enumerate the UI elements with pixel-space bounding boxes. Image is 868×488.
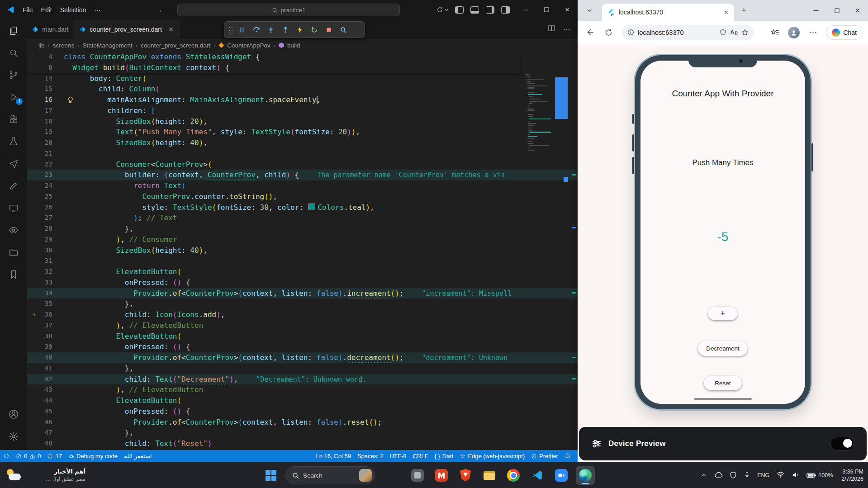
line-number[interactable]: 20 xyxy=(27,137,64,148)
source-control-icon[interactable] xyxy=(0,64,27,86)
menu-selection[interactable]: Selection xyxy=(56,6,90,14)
notifications-bell-icon[interactable] xyxy=(561,450,574,462)
search-icon[interactable] xyxy=(0,42,27,64)
code-line[interactable]: 36 child: Icon(Icons.add),+ xyxy=(27,309,578,320)
code-line[interactable]: 4class CounterAppPov extends StatelessWi… xyxy=(27,52,520,62)
breadcrumb-item[interactable]: screens xyxy=(53,42,74,49)
line-number[interactable]: 19 xyxy=(27,127,64,137)
line-number[interactable]: 26 xyxy=(27,202,64,213)
code-line[interactable]: 29 ), // Consumer xyxy=(27,234,578,245)
code-line[interactable]: 40 Provider.of<CounterProv>(context, lis… xyxy=(27,352,578,363)
problems-indicator[interactable]: 0 0 xyxy=(13,450,44,462)
code-line[interactable]: 46 Provider.of<CounterProv>(context, lis… xyxy=(27,417,578,428)
zikr-status-text[interactable]: استغفر الله xyxy=(121,450,155,462)
breadcrumb-item[interactable]: lib xyxy=(38,42,45,49)
bookmark-icon[interactable] xyxy=(0,263,27,285)
maximize-button[interactable] xyxy=(826,0,847,21)
tab-close-icon[interactable]: ✕ xyxy=(724,9,729,16)
wifi-icon[interactable] xyxy=(776,470,785,480)
site-info-icon[interactable] xyxy=(627,29,634,36)
start-button[interactable] xyxy=(261,466,280,485)
gutter-add-icon[interactable]: + xyxy=(32,309,36,320)
taskbar-app-icon[interactable] xyxy=(408,466,427,485)
line-number[interactable]: 39 xyxy=(27,341,64,352)
run-debug-icon[interactable]: 1 xyxy=(0,86,27,108)
line-number[interactable]: 32 xyxy=(27,266,64,277)
stop-icon[interactable] xyxy=(322,23,335,36)
line-number[interactable]: 46 xyxy=(27,417,64,428)
line-number[interactable]: 24 xyxy=(27,180,64,191)
read-aloud-icon[interactable]: A)) xyxy=(730,29,738,36)
line-number[interactable]: 4 xyxy=(27,52,64,62)
extensions-icon[interactable] xyxy=(0,108,27,130)
pause-icon[interactable] xyxy=(235,23,248,36)
code-line[interactable]: 43 ), // ElevatedButton xyxy=(27,384,578,395)
encoding[interactable]: UTF-8 xyxy=(387,450,410,462)
brave-icon[interactable] xyxy=(456,466,475,485)
code-line[interactable]: 25 CounterProv.counter.toString(), xyxy=(27,191,578,202)
hidden-icons-chevron[interactable] xyxy=(701,472,707,479)
code-line[interactable]: 47 }, xyxy=(27,427,578,438)
breadcrumb-item[interactable]: build xyxy=(287,42,300,49)
breadcrumb-item[interactable]: counter_prov_screen.dart xyxy=(141,42,210,49)
code-line[interactable]: 24 return Text( xyxy=(27,180,578,191)
drag-grip-icon[interactable] xyxy=(228,25,233,34)
line-number[interactable]: 8 xyxy=(27,62,64,73)
testing-beaker-icon[interactable] xyxy=(0,130,27,152)
code-line[interactable]: 22 Consumer<CounterProv>( xyxy=(27,159,578,170)
tab-counter-prov-screen-dart[interactable]: counter_prov_screen.dart ✕ xyxy=(74,19,179,39)
language-mode[interactable]: { }Dart xyxy=(432,450,457,462)
toggle-panel-icon[interactable] xyxy=(470,6,479,14)
code-line[interactable]: 21 xyxy=(27,148,578,159)
line-number[interactable]: 29 xyxy=(27,234,64,245)
tab-main-dart[interactable]: main.dart xyxy=(27,19,74,39)
line-number[interactable]: 37 xyxy=(27,320,64,331)
browser-tab[interactable]: localhost:63370 ✕ xyxy=(602,4,734,21)
code-line[interactable]: 20 SizedBox(height: 40), xyxy=(27,137,578,148)
code-line[interactable]: 32 ElevatedButton( xyxy=(27,266,578,277)
address-bar[interactable]: localhost:63370 A)) xyxy=(622,25,754,40)
code-line[interactable]: 15 child: Column( xyxy=(27,84,578,95)
line-number[interactable]: 34 xyxy=(27,288,64,299)
code-line[interactable]: 28 }, xyxy=(27,223,578,234)
code-line[interactable]: 34 Provider.of<CounterProv>(context, lis… xyxy=(27,288,578,299)
sticky-scroll[interactable]: 4class CounterAppPov extends StatelessWi… xyxy=(27,52,520,73)
cursor-position[interactable]: Ln 16, Col 59 xyxy=(313,450,354,462)
sync-dropdown-icon[interactable] xyxy=(436,6,448,13)
pencil-icon[interactable] xyxy=(0,175,27,197)
edge-icon[interactable] xyxy=(576,466,595,485)
refresh-icon[interactable] xyxy=(602,26,615,39)
line-number[interactable]: 33 xyxy=(27,277,64,288)
copilot-chat-button[interactable]: Chat xyxy=(826,25,863,40)
line-number[interactable]: 17 xyxy=(27,105,64,116)
hot-reload-icon[interactable] xyxy=(293,23,306,36)
command-center-search[interactable]: practice1 xyxy=(177,4,400,16)
code-line[interactable]: 39 onPressed: () { xyxy=(27,341,578,352)
code-line[interactable]: 17 children: [ xyxy=(27,105,578,116)
menu-file[interactable]: File xyxy=(19,6,37,14)
line-number[interactable]: 38 xyxy=(27,331,64,342)
line-number[interactable]: 14 xyxy=(27,73,64,84)
vscode-taskbar-icon[interactable] xyxy=(528,466,547,485)
code-line[interactable]: 44 ElevatedButton( xyxy=(27,395,578,406)
split-editor-icon[interactable] xyxy=(548,25,555,33)
mic-icon[interactable] xyxy=(744,471,750,479)
remote-indicator[interactable] xyxy=(0,450,13,462)
code-line[interactable]: 31 xyxy=(27,256,578,266)
folder-open-icon[interactable] xyxy=(0,241,27,263)
editor-more-actions-icon[interactable]: ⋯ xyxy=(563,25,570,33)
code-line[interactable]: 30 SizedBox(height: 40), xyxy=(27,245,578,256)
line-number[interactable]: 30 xyxy=(27,245,64,256)
eol-sequence[interactable]: CRLF xyxy=(410,450,432,462)
reset-button[interactable]: Reset xyxy=(704,376,742,390)
language-indicator[interactable]: ENG xyxy=(757,472,769,479)
code-line[interactable]: 19 Text("Push Many Times", style: TextSt… xyxy=(27,127,578,137)
code-line[interactable]: 37 ), // ElevatedButton xyxy=(27,320,578,331)
line-number[interactable]: 40 xyxy=(27,352,64,363)
explorer-icon[interactable] xyxy=(0,19,27,42)
minimap[interactable] xyxy=(520,52,570,450)
code-line[interactable]: 41 }, xyxy=(27,363,578,374)
debug-task-button[interactable]: Debug my code xyxy=(65,450,121,462)
code-line[interactable]: 38 ElevatedButton( xyxy=(27,331,578,342)
zoom-icon[interactable] xyxy=(552,466,571,485)
